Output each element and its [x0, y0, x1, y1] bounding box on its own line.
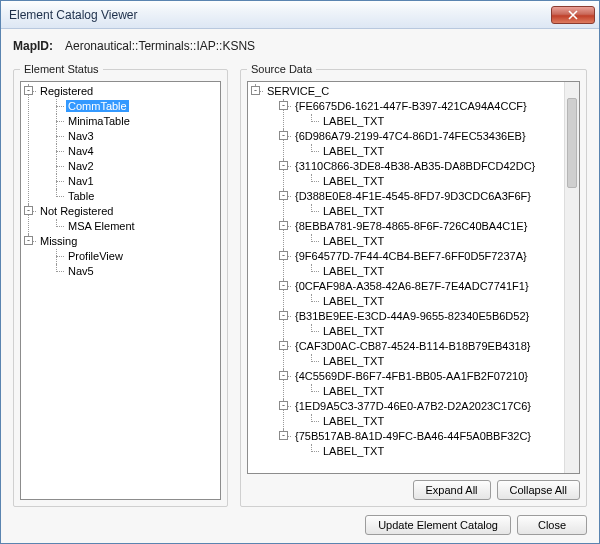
tree-toggle-icon[interactable]: -: [279, 251, 288, 260]
tree-group[interactable]: Missing: [38, 235, 79, 247]
tree-toggle-icon[interactable]: -: [24, 206, 33, 215]
tree-item[interactable]: Nav1: [66, 175, 96, 187]
tree-item[interactable]: Nav3: [66, 130, 96, 142]
window-title: Element Catalog Viewer: [9, 8, 551, 22]
tree-toggle-icon[interactable]: -: [279, 161, 288, 170]
tree-item[interactable]: CommTable: [66, 100, 129, 112]
close-button[interactable]: Close: [517, 515, 587, 535]
scrollbar-thumb[interactable]: [567, 98, 577, 188]
panels: Element Status -RegisteredCommTableMinim…: [13, 63, 587, 507]
tree-item[interactable]: Nav5: [66, 265, 96, 277]
tree-toggle-icon[interactable]: -: [279, 131, 288, 140]
panel-source-data: Source Data -SERVICE_C-{FE6675D6-1621-44…: [240, 63, 587, 507]
tree-toggle-icon[interactable]: -: [279, 221, 288, 230]
tree-leaf[interactable]: LABEL_TXT: [321, 235, 386, 247]
tree-leaf[interactable]: LABEL_TXT: [321, 175, 386, 187]
tree-toggle-icon[interactable]: -: [279, 281, 288, 290]
tree-guid[interactable]: {B31BE9EE-E3CD-44A9-9655-82340E5B6D52}: [293, 310, 531, 322]
tree-guid[interactable]: {0CFAF98A-A358-42A6-8E7F-7E4ADC7741F1}: [293, 280, 531, 292]
tree-toggle-icon[interactable]: -: [279, 371, 288, 380]
tree-leaf[interactable]: LABEL_TXT: [321, 205, 386, 217]
mapid-value: Aeronautical::Terminals::IAP::KSNS: [65, 39, 255, 53]
tree-toggle-icon[interactable]: -: [279, 401, 288, 410]
mapid-row: MapID: Aeronautical::Terminals::IAP::KSN…: [13, 39, 587, 53]
status-tree[interactable]: -RegisteredCommTableMinimaTableNav3Nav4N…: [20, 81, 221, 500]
tree-leaf[interactable]: LABEL_TXT: [321, 145, 386, 157]
update-catalog-button[interactable]: Update Element Catalog: [365, 515, 511, 535]
tree-toggle-icon[interactable]: -: [279, 341, 288, 350]
tree-leaf[interactable]: LABEL_TXT: [321, 415, 386, 427]
dialog-buttons: Update Element Catalog Close: [13, 515, 587, 535]
close-icon[interactable]: [551, 6, 595, 24]
tree-guid[interactable]: {75B517AB-8A1D-49FC-BA46-44F5A0BBF32C}: [293, 430, 533, 442]
tree-leaf[interactable]: LABEL_TXT: [321, 445, 386, 457]
tree-item[interactable]: Table: [66, 190, 96, 202]
tree-guid[interactable]: {FE6675D6-1621-447F-B397-421CA94A4CCF}: [293, 100, 529, 112]
tree-leaf[interactable]: LABEL_TXT: [321, 265, 386, 277]
tree-toggle-icon[interactable]: -: [279, 191, 288, 200]
tree-leaf[interactable]: LABEL_TXT: [321, 385, 386, 397]
tree-guid[interactable]: {D388E0E8-4F1E-4545-8FD7-9D3CDC6A3F6F}: [293, 190, 533, 202]
tree-toggle-icon[interactable]: -: [251, 86, 260, 95]
tree-leaf[interactable]: LABEL_TXT: [321, 295, 386, 307]
panel-element-status: Element Status -RegisteredCommTableMinim…: [13, 63, 228, 507]
collapse-all-button[interactable]: Collapse All: [497, 480, 580, 500]
source-tree[interactable]: -SERVICE_C-{FE6675D6-1621-447F-B397-421C…: [247, 81, 580, 474]
titlebar: Element Catalog Viewer: [1, 1, 599, 29]
tree-root[interactable]: SERVICE_C: [265, 85, 331, 97]
tree-item[interactable]: ProfileView: [66, 250, 125, 262]
panel-source-title: Source Data: [247, 63, 316, 75]
tree-guid[interactable]: {4C5569DF-B6F7-4FB1-BB05-AA1FB2F07210}: [293, 370, 530, 382]
tree-guid[interactable]: {9F64577D-7F44-4CB4-BEF7-6FF0D5F7237A}: [293, 250, 529, 262]
tree-leaf[interactable]: LABEL_TXT: [321, 355, 386, 367]
tree-item[interactable]: MinimaTable: [66, 115, 132, 127]
tree-item[interactable]: Nav2: [66, 160, 96, 172]
tree-group[interactable]: Registered: [38, 85, 95, 97]
tree-guid[interactable]: {3110C866-3DE8-4B38-AB35-DA8BDFCD42DC}: [293, 160, 537, 172]
tree-leaf[interactable]: LABEL_TXT: [321, 325, 386, 337]
tree-item[interactable]: MSA Element: [66, 220, 137, 232]
tree-toggle-icon[interactable]: -: [24, 236, 33, 245]
tree-toggle-icon[interactable]: -: [279, 431, 288, 440]
tree-guid[interactable]: {8EBBA781-9E78-4865-8F6F-726C40BA4C1E}: [293, 220, 529, 232]
source-buttons: Expand All Collapse All: [247, 480, 580, 500]
tree-leaf[interactable]: LABEL_TXT: [321, 115, 386, 127]
tree-group[interactable]: Not Registered: [38, 205, 115, 217]
scrollbar[interactable]: [564, 82, 579, 473]
tree-guid[interactable]: {CAF3D0AC-CB87-4524-B114-B18B79EB4318}: [293, 340, 532, 352]
dialog-window: Element Catalog Viewer MapID: Aeronautic…: [0, 0, 600, 544]
dialog-body: MapID: Aeronautical::Terminals::IAP::KSN…: [1, 29, 599, 543]
tree-guid[interactable]: {1ED9A5C3-377D-46E0-A7B2-D2A2023C17C6}: [293, 400, 533, 412]
tree-item[interactable]: Nav4: [66, 145, 96, 157]
mapid-label: MapID:: [13, 39, 53, 53]
tree-guid[interactable]: {6D986A79-2199-47C4-86D1-74FEC53436EB}: [293, 130, 528, 142]
tree-toggle-icon[interactable]: -: [279, 101, 288, 110]
tree-toggle-icon[interactable]: -: [279, 311, 288, 320]
expand-all-button[interactable]: Expand All: [413, 480, 491, 500]
tree-toggle-icon[interactable]: -: [24, 86, 33, 95]
panel-status-title: Element Status: [20, 63, 103, 75]
